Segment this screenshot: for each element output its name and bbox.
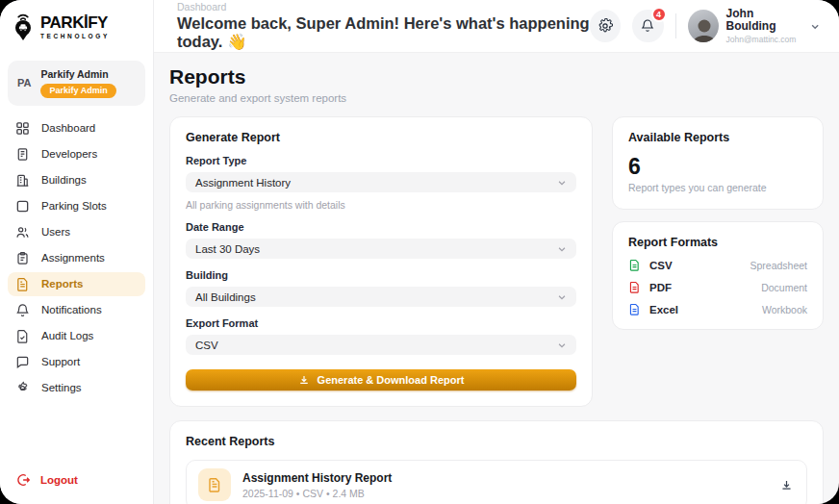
format-row-csv: CSV Spreadsheet (628, 259, 807, 271)
select-value: All Buildings (195, 291, 256, 303)
avatar (688, 10, 719, 42)
sidebar-item-developers[interactable]: Developers (8, 142, 145, 166)
sidebar-item-assignments[interactable]: Assignments (8, 246, 145, 270)
header-divider (675, 13, 676, 38)
select-value: Last 30 Days (195, 243, 260, 255)
available-reports-description: Report types you can generate (628, 182, 807, 193)
user-menu[interactable]: John Boulding John@mattinc.com (688, 8, 820, 44)
sidebar-item-buildings[interactable]: Buildings (8, 168, 145, 192)
sidebar-item-label: Dashboard (41, 122, 95, 134)
sidebar-item-label: Support (41, 356, 80, 367)
chevron-down-icon (557, 340, 567, 350)
notification-count-badge: 4 (651, 7, 667, 22)
sidebar-item-label: Parking Slots (41, 200, 107, 212)
sidebar: PARKİFY TECHNOLOGY PA Parkify Admin Park… (0, 0, 154, 504)
download-icon (780, 479, 793, 491)
sidebar-item-label: Users (41, 226, 70, 238)
page-title: Reports (169, 65, 824, 88)
report-type-helper: All parking assignments with details (186, 199, 576, 211)
sidebar-item-reports[interactable]: Reports (8, 272, 145, 296)
header-actions: 4 John Boulding John@mattinc.com (590, 8, 820, 44)
sidebar-item-label: Audit Logs (41, 330, 93, 341)
available-reports-title: Available Reports (628, 131, 807, 144)
chat-bubble-icon (15, 355, 30, 369)
logout-button[interactable]: Logout (0, 462, 153, 504)
format-row-pdf: PDF Document (628, 281, 807, 293)
profile-initials: PA (17, 77, 31, 88)
logout-label: Logout (40, 474, 78, 486)
report-document-icon (15, 277, 30, 291)
report-list-item[interactable]: Assignment History Report 2025-11-09 • C… (186, 460, 807, 504)
sidebar-item-support[interactable]: Support (8, 350, 145, 374)
building-icon (15, 173, 30, 188)
brand-logo[interactable]: PARKİFY TECHNOLOGY (0, 0, 153, 53)
notifications-button[interactable]: 4 (632, 10, 663, 42)
date-range-label: Date Range (186, 221, 576, 233)
parking-slot-icon (15, 199, 30, 214)
format-type: Spreadsheet (750, 260, 807, 271)
sidebar-item-users[interactable]: Users (8, 220, 145, 244)
brand-tagline: TECHNOLOGY (40, 33, 110, 39)
download-icon (298, 374, 310, 386)
date-range-select[interactable]: Last 30 Days (186, 239, 576, 259)
chevron-down-icon (557, 292, 567, 302)
breadcrumb: Dashboard (177, 1, 590, 13)
developers-icon (15, 147, 30, 162)
sidebar-nav: Dashboard Developers Buildings Parking S… (0, 115, 153, 401)
user-email: John@mattinc.com (726, 35, 802, 44)
report-item-name: Assignment History Report (242, 471, 392, 485)
report-type-label: Report Type (186, 155, 576, 166)
select-value: Assignment History (195, 177, 291, 189)
bell-icon (15, 303, 30, 317)
sidebar-profile-card[interactable]: PA Parkify Admin Parkify Admin (8, 61, 145, 106)
format-name: PDF (649, 282, 672, 293)
building-select[interactable]: All Buildings (186, 287, 576, 307)
chevron-down-icon (557, 178, 567, 188)
chevron-down-icon (810, 21, 820, 32)
main-column: Dashboard Welcome back, Super Admin! Her… (154, 0, 839, 504)
pdf-file-icon (628, 281, 641, 293)
generate-report-title: Generate Report (186, 131, 576, 144)
report-formats-title: Report Formats (628, 236, 807, 249)
sidebar-item-label: Settings (41, 382, 82, 393)
sidebar-item-settings[interactable]: Settings (8, 376, 145, 400)
users-icon (15, 225, 30, 239)
format-type: Workbook (762, 304, 807, 315)
generate-download-button[interactable]: Generate & Download Report (186, 369, 576, 391)
right-column: Available Reports 6 Report types you can… (612, 116, 824, 407)
download-report-button[interactable] (780, 479, 793, 491)
recent-reports-title: Recent Reports (186, 435, 807, 448)
parkify-pin-logo-icon (12, 13, 35, 41)
brand-text: PARKİFY TECHNOLOGY (40, 14, 110, 39)
report-type-select[interactable]: Assignment History (186, 172, 576, 192)
excel-file-icon (628, 303, 641, 315)
select-value: CSV (195, 340, 218, 351)
format-row-excel: Excel Workbook (628, 303, 807, 315)
sidebar-item-label: Developers (41, 148, 97, 160)
report-formats-card: Report Formats CSV Spreadsheet PDF Docum… (612, 221, 824, 330)
profile-name: Parkify Admin (40, 68, 115, 80)
available-reports-count: 6 (628, 154, 807, 180)
gear-icon (15, 381, 30, 395)
sidebar-item-label: Notifications (41, 304, 102, 315)
format-name: Excel (649, 304, 678, 315)
header-text: Dashboard Welcome back, Super Admin! Her… (177, 1, 590, 51)
sidebar-item-parking-slots[interactable]: Parking Slots (8, 194, 145, 218)
user-info: John Boulding John@mattinc.com (726, 8, 802, 44)
sidebar-item-dashboard[interactable]: Dashboard (8, 116, 145, 140)
settings-button[interactable] (590, 10, 621, 42)
sidebar-item-audit-logs[interactable]: Audit Logs (8, 324, 145, 348)
audit-log-icon (15, 329, 30, 343)
content-grid: Generate Report Report Type Assignment H… (169, 116, 824, 407)
export-format-select[interactable]: CSV (186, 335, 576, 355)
clipboard-icon (15, 251, 30, 265)
sidebar-item-label: Assignments (41, 252, 105, 264)
csv-file-icon (628, 259, 641, 271)
document-icon (207, 477, 222, 492)
sidebar-item-notifications[interactable]: Notifications (8, 298, 145, 322)
gear-icon (597, 18, 613, 34)
format-name: CSV (649, 260, 673, 271)
app-window: PARKİFY TECHNOLOGY PA Parkify Admin Park… (0, 0, 839, 504)
dashboard-grid-icon (15, 121, 30, 136)
welcome-message: Welcome back, Super Admin! Here's what's… (177, 14, 590, 51)
